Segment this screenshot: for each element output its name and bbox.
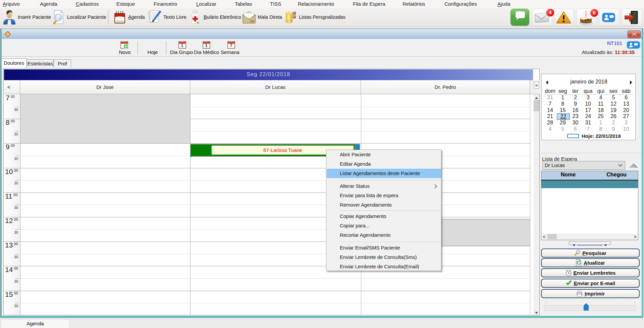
- svg-text:1: 1: [205, 43, 208, 48]
- svg-text:1: 1: [181, 43, 183, 48]
- svg-text:7: 7: [230, 43, 232, 48]
